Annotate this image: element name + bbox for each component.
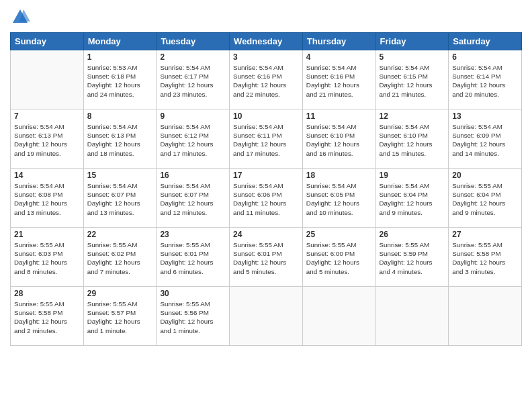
day-info: Sunrise: 5:54 AM Sunset: 6:08 PM Dayligh… — [14, 181, 80, 217]
calendar-cell: 24Sunrise: 5:55 AM Sunset: 6:01 PM Dayli… — [230, 228, 303, 287]
calendar-cell: 4Sunrise: 5:54 AM Sunset: 6:16 PM Daylig… — [302, 50, 375, 109]
calendar-cell: 19Sunrise: 5:54 AM Sunset: 6:04 PM Dayli… — [375, 169, 449, 228]
day-number: 6 — [452, 52, 518, 62]
calendar-cell: 8Sunrise: 5:54 AM Sunset: 6:13 PM Daylig… — [83, 109, 157, 169]
day-number: 28 — [14, 289, 80, 298]
day-number: 29 — [87, 289, 153, 298]
day-number: 12 — [380, 111, 445, 121]
column-header-thursday: Thursday — [302, 33, 375, 50]
column-header-saturday: Saturday — [449, 33, 522, 50]
day-info: Sunrise: 5:55 AM Sunset: 5:59 PM Dayligh… — [380, 240, 445, 276]
day-info: Sunrise: 5:55 AM Sunset: 5:58 PM Dayligh… — [452, 240, 518, 276]
day-number: 25 — [306, 230, 372, 239]
calendar-cell: 30Sunrise: 5:55 AM Sunset: 5:56 PM Dayli… — [157, 287, 230, 346]
column-header-sunday: Sunday — [11, 33, 84, 50]
day-info: Sunrise: 5:55 AM Sunset: 6:03 PM Dayligh… — [14, 240, 80, 276]
day-info: Sunrise: 5:54 AM Sunset: 6:14 PM Dayligh… — [452, 63, 518, 99]
calendar-cell: 27Sunrise: 5:55 AM Sunset: 5:58 PM Dayli… — [449, 228, 522, 287]
calendar-cell: 28Sunrise: 5:55 AM Sunset: 5:58 PM Dayli… — [11, 287, 84, 346]
day-info: Sunrise: 5:54 AM Sunset: 6:10 PM Dayligh… — [380, 122, 445, 158]
header — [10, 7, 522, 27]
day-info: Sunrise: 5:54 AM Sunset: 6:10 PM Dayligh… — [306, 122, 372, 158]
calendar-cell: 10Sunrise: 5:54 AM Sunset: 6:11 PM Dayli… — [230, 109, 303, 169]
day-number: 21 — [14, 230, 80, 239]
calendar-cell: 17Sunrise: 5:54 AM Sunset: 6:06 PM Dayli… — [230, 169, 303, 228]
day-info: Sunrise: 5:54 AM Sunset: 6:07 PM Dayligh… — [87, 181, 153, 217]
day-number: 27 — [452, 230, 518, 239]
calendar-cell: 29Sunrise: 5:55 AM Sunset: 5:57 PM Dayli… — [83, 287, 157, 346]
calendar-cell: 9Sunrise: 5:54 AM Sunset: 6:12 PM Daylig… — [157, 109, 230, 169]
day-number: 24 — [233, 230, 299, 239]
day-info: Sunrise: 5:54 AM Sunset: 6:04 PM Dayligh… — [380, 181, 445, 217]
calendar-week-row: 28Sunrise: 5:55 AM Sunset: 5:58 PM Dayli… — [11, 287, 522, 346]
day-info: Sunrise: 5:54 AM Sunset: 6:16 PM Dayligh… — [306, 63, 372, 99]
day-number: 2 — [160, 52, 226, 62]
calendar-cell: 21Sunrise: 5:55 AM Sunset: 6:03 PM Dayli… — [11, 228, 84, 287]
day-number: 30 — [160, 289, 226, 298]
calendar-cell — [449, 287, 522, 346]
calendar-cell — [375, 287, 449, 346]
calendar-cell: 16Sunrise: 5:54 AM Sunset: 6:07 PM Dayli… — [157, 169, 230, 228]
day-info: Sunrise: 5:55 AM Sunset: 6:01 PM Dayligh… — [233, 240, 299, 276]
day-info: Sunrise: 5:54 AM Sunset: 6:07 PM Dayligh… — [160, 181, 226, 217]
day-info: Sunrise: 5:55 AM Sunset: 6:02 PM Dayligh… — [87, 240, 153, 276]
calendar-cell — [302, 287, 375, 346]
calendar-cell: 7Sunrise: 5:54 AM Sunset: 6:13 PM Daylig… — [11, 109, 84, 169]
day-number: 8 — [87, 111, 153, 121]
page: SundayMondayTuesdayWednesdayThursdayFrid… — [0, 0, 532, 411]
day-info: Sunrise: 5:55 AM Sunset: 5:58 PM Dayligh… — [14, 300, 80, 335]
day-info: Sunrise: 5:54 AM Sunset: 6:13 PM Dayligh… — [14, 122, 80, 158]
day-number: 17 — [233, 171, 299, 180]
day-info: Sunrise: 5:55 AM Sunset: 5:56 PM Dayligh… — [160, 300, 226, 335]
day-info: Sunrise: 5:54 AM Sunset: 6:13 PM Dayligh… — [87, 122, 153, 158]
calendar-cell: 5Sunrise: 5:54 AM Sunset: 6:15 PM Daylig… — [375, 50, 449, 109]
day-number: 5 — [380, 52, 445, 62]
calendar-cell: 6Sunrise: 5:54 AM Sunset: 6:14 PM Daylig… — [449, 50, 522, 109]
day-number: 18 — [306, 171, 372, 180]
day-info: Sunrise: 5:55 AM Sunset: 6:00 PM Dayligh… — [306, 240, 372, 276]
calendar-cell: 2Sunrise: 5:54 AM Sunset: 6:17 PM Daylig… — [157, 50, 230, 109]
day-info: Sunrise: 5:54 AM Sunset: 6:11 PM Dayligh… — [233, 122, 299, 158]
day-number: 15 — [87, 171, 153, 180]
day-info: Sunrise: 5:53 AM Sunset: 6:18 PM Dayligh… — [87, 63, 153, 99]
calendar-cell: 15Sunrise: 5:54 AM Sunset: 6:07 PM Dayli… — [83, 169, 157, 228]
calendar-cell: 3Sunrise: 5:54 AM Sunset: 6:16 PM Daylig… — [230, 50, 303, 109]
calendar-cell: 18Sunrise: 5:54 AM Sunset: 6:05 PM Dayli… — [302, 169, 375, 228]
calendar-week-row: 7Sunrise: 5:54 AM Sunset: 6:13 PM Daylig… — [11, 109, 522, 169]
day-info: Sunrise: 5:55 AM Sunset: 5:57 PM Dayligh… — [87, 300, 153, 335]
day-number: 10 — [233, 111, 299, 121]
day-info: Sunrise: 5:54 AM Sunset: 6:06 PM Dayligh… — [233, 181, 299, 217]
day-number: 20 — [452, 171, 518, 180]
day-info: Sunrise: 5:54 AM Sunset: 6:09 PM Dayligh… — [452, 122, 518, 158]
calendar-table: SundayMondayTuesdayWednesdayThursdayFrid… — [10, 32, 522, 346]
calendar-cell: 23Sunrise: 5:55 AM Sunset: 6:01 PM Dayli… — [157, 228, 230, 287]
day-number: 26 — [380, 230, 445, 239]
day-number: 14 — [14, 171, 80, 180]
calendar-cell: 25Sunrise: 5:55 AM Sunset: 6:00 PM Dayli… — [302, 228, 375, 287]
day-info: Sunrise: 5:55 AM Sunset: 6:04 PM Dayligh… — [452, 181, 518, 217]
day-info: Sunrise: 5:54 AM Sunset: 6:05 PM Dayligh… — [306, 181, 372, 217]
day-info: Sunrise: 5:54 AM Sunset: 6:12 PM Dayligh… — [160, 122, 226, 158]
logo-icon — [10, 7, 30, 27]
calendar-cell: 20Sunrise: 5:55 AM Sunset: 6:04 PM Dayli… — [449, 169, 522, 228]
day-info: Sunrise: 5:55 AM Sunset: 6:01 PM Dayligh… — [160, 240, 226, 276]
calendar-header-row: SundayMondayTuesdayWednesdayThursdayFrid… — [11, 33, 522, 50]
calendar-cell: 13Sunrise: 5:54 AM Sunset: 6:09 PM Dayli… — [449, 109, 522, 169]
day-info: Sunrise: 5:54 AM Sunset: 6:15 PM Dayligh… — [380, 63, 445, 99]
day-number: 4 — [306, 52, 372, 62]
calendar-cell — [11, 50, 84, 109]
logo — [10, 7, 33, 27]
calendar-cell: 11Sunrise: 5:54 AM Sunset: 6:10 PM Dayli… — [302, 109, 375, 169]
day-number: 1 — [87, 52, 153, 62]
day-number: 9 — [160, 111, 226, 121]
day-number: 7 — [14, 111, 80, 121]
day-number: 23 — [160, 230, 226, 239]
day-number: 3 — [233, 52, 299, 62]
calendar-cell — [230, 287, 303, 346]
calendar-week-row: 1Sunrise: 5:53 AM Sunset: 6:18 PM Daylig… — [11, 50, 522, 109]
day-number: 13 — [452, 111, 518, 121]
calendar-cell: 12Sunrise: 5:54 AM Sunset: 6:10 PM Dayli… — [375, 109, 449, 169]
column-header-wednesday: Wednesday — [230, 33, 303, 50]
calendar-cell: 26Sunrise: 5:55 AM Sunset: 5:59 PM Dayli… — [375, 228, 449, 287]
day-info: Sunrise: 5:54 AM Sunset: 6:17 PM Dayligh… — [160, 63, 226, 99]
